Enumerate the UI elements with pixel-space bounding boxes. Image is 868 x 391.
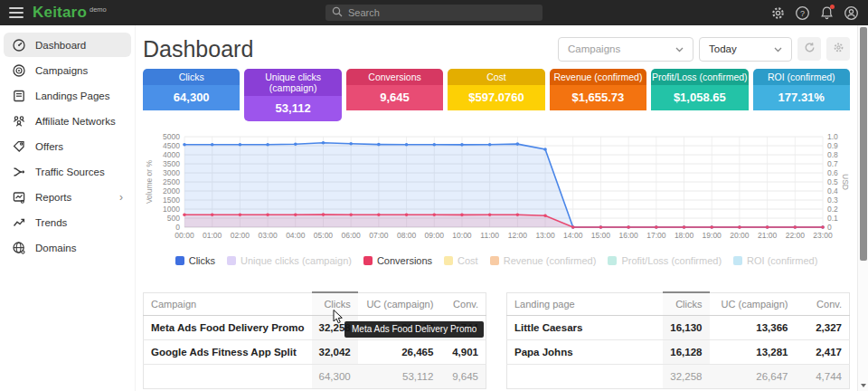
metric-card-unique-clicks[interactable]: Unique clicks (campaign) 53,112 — [244, 69, 341, 121]
column-header-uc[interactable]: UC (campaign) — [710, 292, 796, 316]
search-input[interactable] — [348, 7, 536, 18]
campaigns-table: Campaign Clicks UC (campaign) Conv. Meta… — [143, 291, 486, 389]
svg-text:11:00: 11:00 — [480, 231, 499, 240]
metric-card-conversions[interactable]: Conversions 9,645 — [346, 69, 443, 121]
legend-swatch — [490, 256, 499, 265]
legend-item-clicks[interactable]: Clicks — [175, 255, 215, 266]
sidebar-item-trends[interactable]: Trends — [4, 210, 131, 234]
legend-item-cost[interactable]: Cost — [444, 255, 478, 266]
sidebar-item-traffic-sources[interactable]: Traffic Sources — [4, 159, 131, 184]
sidebar-item-campaigns[interactable]: Campaigns — [4, 58, 131, 82]
help-icon[interactable]: ? — [794, 5, 810, 21]
landing-page-name[interactable]: Papa Johns — [507, 340, 664, 365]
report-icon — [12, 190, 26, 205]
totals-conv: 4,744 — [796, 365, 850, 389]
metric-value: 53,112 — [244, 96, 341, 121]
global-search[interactable] — [326, 5, 542, 21]
landing-page-name[interactable]: Little Caesars — [507, 316, 664, 340]
table-header-row: Landing page Clicks UC (campaign) Conv. — [507, 292, 850, 316]
sidebar-item-reports[interactable]: Reports › — [4, 185, 131, 209]
sidebar-item-domains[interactable]: Domains — [4, 235, 131, 260]
app-logo: Keitarodemo — [27, 4, 107, 22]
chevron-right-icon: › — [119, 191, 123, 204]
campaigns-filter-select[interactable]: Campaigns — [558, 37, 693, 62]
svg-text:0.8: 0.8 — [827, 150, 838, 159]
scrollbar-down-arrow-icon[interactable] — [861, 384, 866, 387]
svg-text:1.0: 1.0 — [827, 132, 838, 141]
metric-card-revenue[interactable]: Revenue (confirmed) $1,655.73 — [550, 69, 646, 121]
page-header: Dashboard Campaigns Today — [143, 33, 850, 65]
svg-text:04:00: 04:00 — [286, 231, 306, 240]
conv-value: 2,417 — [796, 340, 850, 365]
column-header-campaign[interactable]: Campaign — [144, 292, 312, 316]
globe-icon — [12, 241, 26, 255]
table-row[interactable]: Little Caesars 16,130 13,366 2,327 — [507, 316, 850, 340]
svg-text:0.6: 0.6 — [827, 168, 838, 177]
refresh-button[interactable] — [797, 37, 821, 61]
hamburger-menu-icon[interactable] — [0, 0, 27, 25]
metric-card-profit-loss[interactable]: Profit/Loss (confirmed) $1,058.65 — [651, 69, 748, 121]
svg-text:Volume or %: Volume or % — [145, 159, 154, 204]
legend-item-unique-clicks[interactable]: Unique clicks (campaign) — [227, 255, 352, 266]
legend-label: Revenue (confirmed) — [504, 255, 597, 266]
svg-text:3500: 3500 — [163, 159, 180, 168]
sidebar-item-dashboard[interactable]: Dashboard — [4, 33, 131, 57]
sidebar-item-landings-pages[interactable]: Landings Pages — [4, 83, 131, 108]
column-header-conv[interactable]: Conv. — [440, 292, 486, 316]
sidebar-item-affiliate-networks[interactable]: Affiliate Networks — [4, 109, 131, 133]
table-totals-row: 64,300 53,112 9,645 — [144, 365, 486, 389]
metric-card-roi[interactable]: ROI (confirmed) 177.31% — [753, 69, 850, 121]
notifications-icon[interactable] — [818, 5, 835, 21]
sidebar-item-label: Domains — [35, 243, 76, 253]
date-range-select[interactable]: Today — [699, 37, 792, 62]
legend-item-conversions[interactable]: Conversions — [363, 255, 432, 266]
column-header-conv[interactable]: Conv. — [796, 292, 850, 316]
profile-icon[interactable] — [843, 5, 859, 21]
column-header-clicks[interactable]: Clicks — [663, 292, 709, 316]
column-header-landing-page[interactable]: Landing page — [507, 292, 664, 316]
line-chart[interactable]: 00:0001:0002:0003:0004:0005:0006:0007:00… — [143, 129, 850, 247]
svg-text:08:00: 08:00 — [397, 231, 417, 240]
legend-item-revenue[interactable]: Revenue (confirmed) — [490, 255, 597, 266]
metric-card-cost[interactable]: Cost $597.0760 — [448, 69, 544, 121]
sidebar-item-label: Dashboard — [35, 40, 86, 51]
sidebar-item-offers[interactable]: Offers — [4, 134, 131, 158]
page-scrollbar[interactable] — [857, 25, 868, 391]
dashboard-settings-button[interactable] — [826, 37, 850, 61]
metric-label: Revenue (confirmed) — [550, 69, 646, 85]
svg-text:0.9: 0.9 — [827, 141, 838, 150]
conv-value: 2,327 — [796, 316, 850, 340]
legend-swatch — [227, 256, 236, 265]
gear-icon[interactable] — [769, 5, 786, 21]
legend-item-roi[interactable]: ROI (confirmed) — [733, 255, 817, 266]
legend-swatch — [733, 256, 742, 265]
metric-value: $1,655.73 — [550, 85, 646, 110]
campaign-name[interactable]: Google Ads Fitness App Split — [144, 340, 312, 365]
table-row[interactable]: Google Ads Fitness App Split 32,042 26,4… — [144, 340, 486, 365]
svg-text:05:00: 05:00 — [314, 231, 334, 240]
column-header-uc[interactable]: UC (campaign) — [358, 292, 441, 316]
svg-text:4500: 4500 — [163, 141, 180, 150]
tag-icon — [12, 139, 26, 154]
topbar-actions: ? — [769, 0, 859, 25]
campaign-name[interactable]: Meta Ads Food Delivery Promo — [144, 316, 312, 340]
target-icon — [12, 63, 26, 78]
svg-text:20:00: 20:00 — [730, 231, 750, 240]
svg-text:0.1: 0.1 — [827, 214, 838, 223]
scrollbar-thumb[interactable] — [860, 27, 867, 261]
legend-item-profit-loss[interactable]: Profit/Loss (confirmed) — [608, 255, 722, 266]
mouse-cursor — [333, 310, 345, 329]
svg-text:3000: 3000 — [163, 168, 180, 177]
svg-text:0.5: 0.5 — [827, 177, 838, 186]
traffic-chart[interactable]: 00:0001:0002:0003:0004:0005:0006:0007:00… — [143, 129, 850, 251]
svg-text:22:00: 22:00 — [786, 231, 806, 240]
metric-card-clicks[interactable]: Clicks 64,300 — [143, 69, 240, 121]
legend-label: Unique clicks (campaign) — [241, 255, 352, 266]
metric-cards: Clicks 64,300 Unique clicks (campaign) 5… — [143, 69, 850, 121]
table-row[interactable]: Papa Johns 16,128 13,281 2,417 — [507, 340, 850, 365]
branch-icon — [12, 165, 26, 179]
svg-text:?: ? — [799, 8, 804, 17]
totals-uc: 53,112 — [358, 365, 441, 389]
sidebar-item-label: Traffic Sources — [35, 167, 105, 177]
svg-text:17:00: 17:00 — [646, 231, 666, 240]
